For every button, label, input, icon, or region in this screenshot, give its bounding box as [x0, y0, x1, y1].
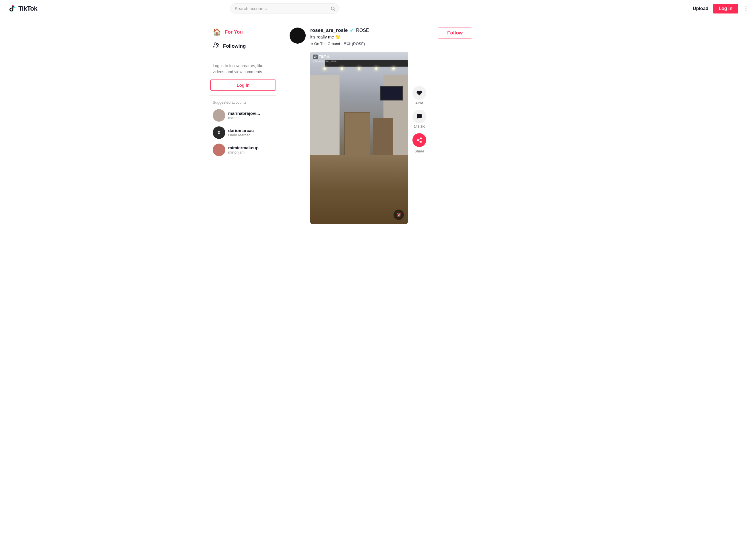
- sidebar-divider-2: [210, 95, 276, 96]
- mute-button[interactable]: 🔇: [393, 210, 404, 220]
- svg-rect-0: [7, 4, 17, 13]
- video-username-overlay: @roses_are_rosie: [313, 60, 337, 63]
- tiktok-logo-icon: [7, 4, 17, 13]
- tv-screen: [380, 86, 403, 100]
- video-row: TikTok @roses_are_rosie 🔇: [310, 52, 472, 224]
- post-music[interactable]: ♫ On The Ground - 로제 (ROSÉ): [310, 41, 369, 47]
- light-1: [323, 67, 326, 70]
- account-avatar-2: D: [213, 126, 225, 139]
- home-icon: 🏠: [213, 28, 221, 36]
- header: TikTok Upload Log in ⋮: [0, 0, 756, 17]
- upload-button[interactable]: Upload: [693, 6, 708, 11]
- like-count: 4.6M: [416, 101, 423, 105]
- light-3: [358, 67, 360, 70]
- follow-button[interactable]: Follow: [438, 28, 472, 38]
- light-2: [341, 67, 343, 70]
- verified-badge: ✔: [350, 28, 354, 33]
- account-display-1: marina: [228, 116, 260, 120]
- dark-beam: [325, 60, 408, 67]
- comment-button[interactable]: [412, 110, 426, 123]
- main-layout: 🏠 For You Following Log in to follow cre…: [206, 17, 550, 234]
- sidebar-login-button[interactable]: Log in: [210, 80, 276, 91]
- account-username-1: marinabrajovi...: [228, 111, 260, 116]
- sidebar-divider-1: [210, 58, 276, 58]
- post-caption: it's really me 🌟: [310, 34, 369, 40]
- svg-rect-5: [313, 55, 318, 59]
- sidebar-following-label: Following: [223, 43, 246, 49]
- svg-point-7: [417, 139, 419, 141]
- account-username-3: mimiermakeup: [228, 145, 259, 150]
- door-center: [344, 112, 370, 158]
- post-avatar[interactable]: [290, 28, 306, 44]
- people-icon: [213, 42, 220, 49]
- sidebar-for-you-label: For You: [225, 29, 243, 35]
- door-right: [373, 118, 393, 158]
- account-info-1: marinabrajovi... marina: [228, 111, 260, 120]
- share-button[interactable]: [412, 133, 426, 147]
- wall-left: [310, 75, 340, 155]
- suggested-account-3[interactable]: mimiermakeup mirtonjam: [210, 141, 276, 158]
- svg-line-10: [418, 139, 420, 140]
- like-button[interactable]: [412, 86, 426, 100]
- action-buttons: 4.6M 143.3K: [412, 52, 426, 153]
- floor-area: [310, 155, 408, 224]
- search-bar: [230, 3, 339, 13]
- suggested-accounts-title: Suggested accounts: [213, 100, 274, 104]
- account-display-3: mirtonjam: [228, 150, 259, 154]
- share-icon: [416, 137, 422, 143]
- svg-line-9: [418, 140, 420, 142]
- svg-line-2: [334, 9, 335, 11]
- main-content: roses_are_rosie ✔ ROSÉ it's really me 🌟 …: [280, 23, 481, 229]
- post-music-text: On The Ground - 로제 (ROSÉ): [314, 41, 365, 47]
- svg-point-8: [420, 141, 422, 143]
- video-container[interactable]: TikTok @roses_are_rosie 🔇: [310, 52, 408, 224]
- comment-count: 143.3K: [414, 125, 425, 129]
- svg-point-4: [217, 44, 218, 45]
- ceiling-lights: [310, 67, 408, 70]
- post-username[interactable]: roses_are_rosie: [310, 28, 348, 33]
- following-icon: [213, 42, 220, 51]
- svg-point-6: [420, 138, 422, 139]
- video-watermark: TikTok: [313, 55, 330, 59]
- more-options-button[interactable]: ⋮: [743, 5, 749, 12]
- tiktok-watermark-icon: [313, 55, 318, 59]
- light-4: [375, 67, 377, 70]
- post-container: roses_are_rosie ✔ ROSÉ it's really me 🌟 …: [290, 23, 472, 229]
- header-login-button[interactable]: Log in: [713, 4, 738, 13]
- sidebar-item-following[interactable]: Following: [210, 39, 276, 53]
- search-input[interactable]: [230, 3, 339, 13]
- account-info-2: dariomarcac Dario Marčac: [228, 128, 254, 137]
- comment-icon: [416, 113, 422, 120]
- account-username-2: dariomarcac: [228, 128, 254, 133]
- sidebar: 🏠 For You Following Log in to follow cre…: [206, 23, 280, 229]
- account-avatar-1: [213, 109, 225, 122]
- logo-text: TikTok: [18, 5, 37, 12]
- post-identity: roses_are_rosie ✔ ROSÉ it's really me 🌟 …: [310, 28, 369, 50]
- post-display-name: ROSÉ: [356, 28, 369, 33]
- account-avatar-3: [213, 144, 225, 156]
- light-5: [392, 67, 395, 70]
- search-icon: [330, 6, 336, 11]
- suggested-account-2[interactable]: D dariomarcac Dario Marčac: [210, 124, 276, 141]
- svg-point-3: [214, 43, 216, 45]
- header-right: Upload Log in ⋮: [693, 4, 749, 13]
- suggested-account-1[interactable]: marinabrajovi... marina: [210, 107, 276, 124]
- account-info-3: mimiermakeup mirtonjam: [228, 145, 259, 154]
- watermark-text: TikTok: [319, 55, 330, 59]
- account-display-2: Dario Marčac: [228, 133, 254, 137]
- video-scene: [310, 52, 408, 224]
- search-button[interactable]: [330, 6, 336, 11]
- heart-icon: [416, 90, 422, 96]
- mute-icon: 🔇: [396, 212, 401, 217]
- music-note-icon: ♫: [310, 42, 313, 46]
- login-prompt-text: Log in to follow creators, like videos, …: [210, 63, 276, 75]
- share-label: Share: [414, 149, 424, 153]
- sidebar-item-for-you[interactable]: 🏠 For You: [210, 25, 276, 39]
- post-header-row: roses_are_rosie ✔ ROSÉ: [310, 28, 369, 33]
- post-body: roses_are_rosie ✔ ROSÉ it's really me 🌟 …: [310, 28, 472, 224]
- logo[interactable]: TikTok: [7, 4, 53, 13]
- post-top-row: roses_are_rosie ✔ ROSÉ it's really me 🌟 …: [310, 28, 472, 50]
